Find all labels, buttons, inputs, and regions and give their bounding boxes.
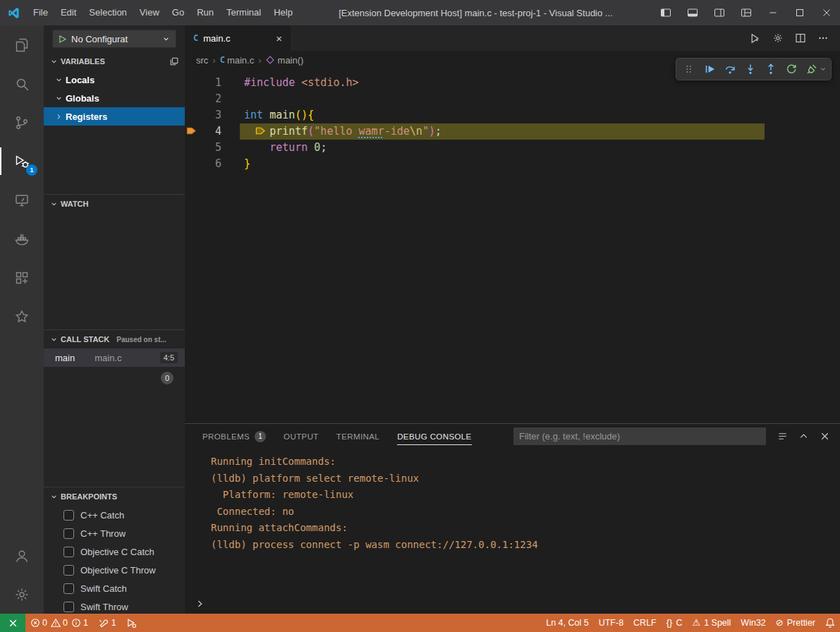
call-stack-section-header[interactable]: CALL STACK Paused on st...	[44, 330, 185, 348]
variables-item-globals[interactable]: Globals	[44, 89, 185, 107]
code-line-2[interactable]: 2	[185, 91, 840, 107]
glyph-margin[interactable]	[185, 140, 200, 156]
menu-terminal[interactable]: Terminal	[220, 0, 267, 25]
breakpoint-checkbox[interactable]	[63, 547, 74, 557]
tab-main-c[interactable]: C main.c ×	[185, 25, 291, 51]
code-editor[interactable]: 1#include <stdio.h>23int main(){4 printf…	[185, 69, 840, 423]
restart-icon[interactable]	[781, 59, 801, 79]
status-cursor-position[interactable]: Ln 4, Col 5	[541, 614, 593, 632]
toolbar-gripper[interactable]	[678, 59, 699, 79]
status-debug[interactable]	[121, 614, 142, 632]
breakpoint-item[interactable]: Objective C Throw	[44, 561, 185, 579]
code-line-5[interactable]: 5 return 0;	[185, 140, 840, 156]
panel-tab-problems[interactable]: PROBLEMS1	[202, 424, 266, 449]
step-over-icon[interactable]	[719, 59, 740, 79]
status-language-mode[interactable]: {}C	[662, 614, 688, 632]
step-into-icon[interactable]	[740, 59, 760, 79]
tab-close-icon[interactable]: ×	[276, 33, 282, 44]
status-eol[interactable]: CRLF	[628, 614, 662, 632]
breakpoint-checkbox[interactable]	[63, 528, 74, 539]
breakpoint-item[interactable]: C++ Catch	[44, 506, 185, 524]
status-platform[interactable]: Win32	[736, 614, 770, 632]
breakpoint-checkbox[interactable]	[63, 510, 74, 521]
breakpoint-item[interactable]: Swift Throw	[44, 597, 185, 614]
watch-section-header[interactable]: WATCH	[44, 195, 185, 213]
console-filter-input[interactable]	[513, 427, 766, 445]
menu-help[interactable]: Help	[267, 0, 299, 25]
layout-sidebar-right-icon[interactable]	[706, 0, 733, 25]
continue-icon[interactable]	[699, 59, 719, 79]
status-encoding[interactable]: UTF-8	[594, 614, 628, 632]
code-line-3[interactable]: 3int main(){	[185, 107, 840, 123]
debug-configuration-dropdown[interactable]: No Configurat	[52, 30, 176, 48]
account-icon[interactable]	[0, 536, 44, 575]
status-tools[interactable]: 1	[93, 614, 121, 632]
maximize-button[interactable]	[786, 0, 813, 25]
breakpoint-item[interactable]: Swift Catch	[44, 579, 185, 597]
status-spell-checker[interactable]: ⚠1 Spell	[687, 614, 736, 632]
extensions-icon[interactable]	[0, 258, 44, 297]
breadcrumb-item[interactable]: main()	[278, 55, 304, 66]
menu-go[interactable]: Go	[166, 0, 190, 25]
split-editor-icon[interactable]	[795, 32, 806, 44]
variables-item-registers[interactable]: Registers	[44, 107, 185, 126]
menu-view[interactable]: View	[133, 0, 166, 25]
layout-panel-icon[interactable]	[679, 0, 706, 25]
glyph-margin[interactable]	[185, 91, 200, 107]
source-control-icon[interactable]	[0, 103, 44, 142]
breakpoint-checkbox[interactable]	[63, 602, 74, 612]
chevron-down-icon[interactable]	[819, 65, 829, 73]
menu-edit[interactable]: Edit	[54, 0, 83, 25]
breakpoint-checkbox[interactable]	[63, 565, 74, 576]
breadcrumb-item[interactable]: main.c	[227, 55, 254, 66]
panel-tab-debug-console[interactable]: DEBUG CONSOLE	[397, 424, 472, 449]
run-and-debug-icon[interactable]: 1	[0, 142, 44, 181]
remote-explorer-icon[interactable]	[0, 181, 44, 219]
close-panel-icon[interactable]	[820, 431, 830, 442]
docker-icon[interactable]	[0, 219, 44, 258]
panel-tab-terminal[interactable]: TERMINAL	[336, 424, 379, 449]
breakpoint-checkbox[interactable]	[63, 583, 74, 594]
debug-start-icon[interactable]	[58, 35, 67, 44]
editor-settings-gear-icon[interactable]	[772, 32, 784, 44]
glyph-margin[interactable]	[185, 107, 200, 123]
remote-indicator[interactable]	[0, 614, 25, 632]
star-icon[interactable]	[0, 297, 44, 336]
open-panel-icon[interactable]	[169, 56, 179, 66]
maximize-panel-icon[interactable]	[798, 431, 809, 442]
explorer-icon[interactable]	[0, 25, 44, 64]
breadcrumb-item[interactable]: src	[196, 55, 208, 66]
menu-selection[interactable]: Selection	[83, 0, 133, 25]
debug-console-output[interactable]: Running initCommands:(lldb) platform sel…	[185, 449, 840, 594]
breakpoints-section-header[interactable]: BREAKPOINTS	[44, 487, 185, 506]
call-stack-frame[interactable]: main main.c 4:5	[44, 348, 185, 367]
status-label: Prettier	[787, 618, 815, 628]
layout-sidebar-left-icon[interactable]	[652, 0, 679, 25]
status-notifications[interactable]	[820, 614, 840, 632]
step-out-icon[interactable]	[760, 59, 781, 79]
status-problems[interactable]: 0 0 1	[25, 614, 93, 632]
variables-item-locals[interactable]: Locals	[44, 71, 185, 89]
settings-gear-icon[interactable]	[0, 575, 44, 614]
breakpoint-item[interactable]: C++ Throw	[44, 524, 185, 542]
minimize-button[interactable]	[760, 0, 786, 25]
close-button[interactable]	[813, 0, 840, 25]
code-line-4[interactable]: 4 printf("hello wamr-ide\n");	[185, 123, 840, 140]
search-icon[interactable]	[0, 64, 44, 103]
layout-customize-icon[interactable]	[733, 0, 760, 25]
tree-item-label: Globals	[66, 93, 99, 104]
more-actions-icon[interactable]	[817, 32, 829, 44]
menu-file[interactable]: File	[27, 0, 54, 25]
status-prettier[interactable]: ⊘Prettier	[771, 614, 820, 632]
code-line-6[interactable]: 6}	[185, 156, 840, 172]
breakpoint-item[interactable]: Objective C Catch	[44, 542, 185, 561]
glyph-margin[interactable]	[185, 156, 200, 172]
debug-console-input[interactable]	[185, 594, 840, 614]
panel-tab-output[interactable]: OUTPUT	[284, 424, 319, 449]
run-or-debug-icon[interactable]	[749, 32, 761, 44]
glyph-margin[interactable]	[185, 75, 200, 91]
output-options-icon[interactable]	[777, 431, 788, 442]
menu-run[interactable]: Run	[190, 0, 220, 25]
variables-section-header[interactable]: VARIABLES	[44, 52, 185, 71]
glyph-margin[interactable]	[185, 123, 200, 140]
